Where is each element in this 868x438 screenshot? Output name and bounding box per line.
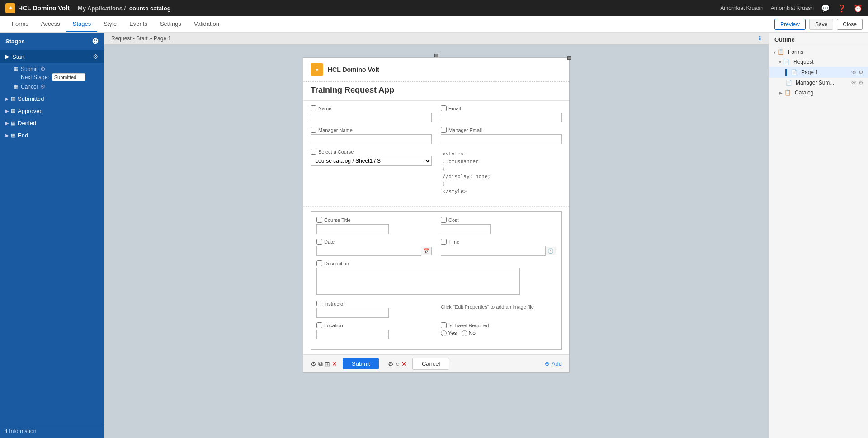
date-input[interactable] bbox=[316, 246, 421, 256]
move-icon[interactable]: ⊞ bbox=[325, 360, 330, 367]
email-label-text: Email bbox=[448, 106, 461, 111]
inner-form-section: Course Title Cost bbox=[311, 211, 562, 350]
outline-manager-sum[interactable]: 📄 Manager Sum... 👁 ⚙ bbox=[769, 78, 868, 88]
breadcrumb-prefix[interactable]: My Applications / bbox=[78, 5, 126, 12]
date-checkbox[interactable] bbox=[316, 239, 322, 245]
calendar-icon[interactable]: 📅 bbox=[421, 247, 432, 255]
add-stage-icon[interactable]: ⊕ bbox=[92, 36, 99, 46]
outline-page1[interactable]: 📄 Page 1 👁 ⚙ bbox=[769, 67, 868, 78]
name-checkbox[interactable] bbox=[311, 105, 316, 111]
select-course-dropdown[interactable]: course catalog / Sheet1 / S bbox=[311, 156, 432, 166]
center-breadcrumb: Request - Start » Page 1 ℹ bbox=[104, 33, 769, 45]
course-title-input[interactable] bbox=[316, 224, 389, 234]
info-icon[interactable]: ℹ bbox=[759, 35, 761, 42]
stage-item-denied[interactable]: ▶ ▦ Denied bbox=[0, 117, 104, 129]
description-textarea[interactable] bbox=[316, 268, 520, 295]
next-stage-select[interactable]: Submitted bbox=[52, 73, 85, 81]
delete-icon2[interactable]: ✕ bbox=[401, 360, 407, 367]
hcl-logo-icon: ✦ bbox=[5, 3, 15, 13]
form-field-instructor: Instructor bbox=[316, 301, 432, 318]
travel-checkbox[interactable] bbox=[441, 322, 447, 328]
instructor-input[interactable] bbox=[316, 308, 389, 318]
form-field-date: Date 📅 bbox=[316, 239, 432, 256]
travel-no-label[interactable]: No bbox=[462, 330, 476, 336]
cancel-action-icon: ▦ bbox=[14, 84, 18, 89]
center-breadcrumb-text: Request - Start » Page 1 bbox=[111, 35, 171, 42]
manager-email-input[interactable] bbox=[441, 134, 562, 144]
clock-icon[interactable]: 🕐 bbox=[546, 247, 556, 255]
page1-eye-icon[interactable]: 👁 bbox=[851, 69, 857, 75]
tab-access[interactable]: Access bbox=[35, 16, 66, 32]
chat-icon[interactable]: 💬 bbox=[821, 4, 830, 13]
stage-item-end[interactable]: ▶ ▦ End bbox=[0, 129, 104, 141]
select-course-checkbox[interactable] bbox=[311, 149, 316, 155]
cost-input[interactable] bbox=[441, 224, 491, 234]
cancel-button[interactable]: Cancel bbox=[412, 358, 449, 370]
location-input[interactable] bbox=[316, 330, 389, 339]
manager-name-checkbox[interactable] bbox=[311, 127, 316, 133]
tab-forms[interactable]: Forms bbox=[5, 16, 35, 32]
user-name-label: Amornkiat Kruasri bbox=[771, 5, 814, 11]
travel-no-radio[interactable] bbox=[462, 330, 467, 336]
add-button[interactable]: ⊕ Add bbox=[545, 360, 562, 367]
description-checkbox[interactable] bbox=[316, 260, 322, 266]
stage-item-approved[interactable]: ▶ ▦ Approved bbox=[0, 105, 104, 117]
submit-button[interactable]: Submit bbox=[343, 358, 379, 369]
information-section[interactable]: ℹ Information bbox=[0, 424, 104, 438]
toolbar-actions: Preview Save Close bbox=[774, 19, 863, 30]
help-icon[interactable]: ❓ bbox=[837, 4, 846, 13]
tab-events[interactable]: Events bbox=[123, 16, 154, 32]
preview-button[interactable]: Preview bbox=[774, 19, 806, 30]
tab-settings[interactable]: Settings bbox=[154, 16, 188, 32]
main-tabs: Forms Access Stages Style Events Setting… bbox=[5, 16, 226, 32]
save-button[interactable]: Save bbox=[809, 19, 833, 30]
outline-header: Outline bbox=[769, 33, 868, 47]
form-app-title: Training Request App bbox=[303, 82, 569, 101]
tab-stages[interactable]: Stages bbox=[66, 16, 97, 32]
manager-name-label: Manager Name bbox=[311, 127, 432, 133]
copy-icon[interactable]: ⧉ bbox=[318, 360, 323, 367]
cancel-settings-icon[interactable]: ⚙ bbox=[40, 83, 46, 90]
form-row-name-email: Name Email bbox=[311, 105, 562, 122]
cost-checkbox[interactable] bbox=[441, 217, 447, 223]
outline-request-form[interactable]: ▾ 📄 Request bbox=[769, 57, 868, 67]
stage-denied-label: Denied bbox=[18, 120, 99, 127]
manager-name-input[interactable] bbox=[311, 134, 432, 144]
end-icon: ▦ bbox=[11, 132, 15, 138]
stage-start-settings-icon[interactable]: ⚙ bbox=[93, 53, 99, 60]
stage-item-submitted[interactable]: ▶ ▦ Submitted bbox=[0, 93, 104, 105]
form-row-title-cost: Course Title Cost bbox=[316, 217, 556, 234]
handle-top-right[interactable] bbox=[567, 56, 571, 60]
handle-top-center[interactable] bbox=[434, 54, 438, 57]
settings-icon[interactable]: ⚙ bbox=[311, 360, 316, 367]
clock-icon[interactable]: ⏰ bbox=[854, 4, 863, 13]
circle-icon[interactable]: ○ bbox=[396, 360, 399, 367]
close-button[interactable]: Close bbox=[837, 19, 863, 30]
name-label: Name bbox=[311, 105, 432, 111]
manager-sum-gear-icon[interactable]: ⚙ bbox=[859, 80, 863, 86]
request-expand-icon: ▾ bbox=[779, 60, 781, 65]
page1-gear-icon[interactable]: ⚙ bbox=[859, 69, 863, 75]
email-input[interactable] bbox=[441, 113, 562, 122]
instructor-checkbox[interactable] bbox=[316, 301, 322, 306]
submit-settings-icon[interactable]: ⚙ bbox=[40, 66, 46, 72]
course-title-label-text: Course Title bbox=[324, 217, 351, 223]
course-title-checkbox[interactable] bbox=[316, 217, 322, 223]
tab-style[interactable]: Style bbox=[97, 16, 123, 32]
manager-email-checkbox[interactable] bbox=[441, 127, 447, 133]
time-checkbox[interactable] bbox=[441, 239, 447, 245]
delete-icon[interactable]: ✕ bbox=[332, 360, 337, 367]
time-input[interactable] bbox=[441, 246, 546, 256]
outline-catalog[interactable]: ▶ 📋 Catalog bbox=[769, 88, 868, 98]
manager-sum-eye-icon[interactable]: 👁 bbox=[851, 80, 857, 86]
location-checkbox[interactable] bbox=[316, 322, 322, 328]
settings-icon2[interactable]: ⚙ bbox=[388, 360, 394, 367]
travel-yes-label[interactable]: Yes bbox=[441, 330, 457, 336]
travel-radio-group: Yes No bbox=[441, 330, 556, 336]
email-checkbox[interactable] bbox=[441, 105, 447, 111]
stage-item-start[interactable]: ▶ Start ⚙ bbox=[0, 50, 104, 63]
tab-validation[interactable]: Validation bbox=[188, 16, 226, 32]
travel-yes-radio[interactable] bbox=[441, 330, 447, 336]
outline-forms-group[interactable]: ▾ 📋 Forms bbox=[769, 47, 868, 57]
name-input[interactable] bbox=[311, 113, 432, 122]
